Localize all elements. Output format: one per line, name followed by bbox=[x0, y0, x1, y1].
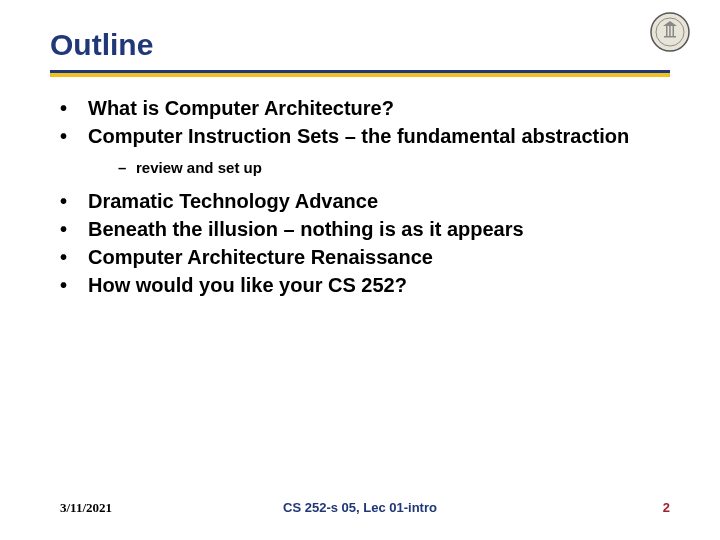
bullet-text: Beneath the illusion – nothing is as it … bbox=[88, 216, 670, 242]
sub-bullet-item: – review and set up bbox=[118, 157, 670, 178]
bullet-dot-icon: • bbox=[60, 188, 88, 214]
footer-date: 3/11/2021 bbox=[60, 500, 112, 516]
bullet-dot-icon: • bbox=[60, 216, 88, 242]
bullet-list: • Dramatic Technology Advance • Beneath … bbox=[60, 188, 670, 298]
slide-content: • What is Computer Architecture? • Compu… bbox=[0, 77, 720, 298]
slide-footer: 3/11/2021 CS 252-s 05, Lec 01-intro 2 bbox=[0, 500, 720, 516]
bullet-item: • What is Computer Architecture? bbox=[60, 95, 670, 121]
bullet-dot-icon: • bbox=[60, 95, 88, 121]
bullet-text: How would you like your CS 252? bbox=[88, 272, 670, 298]
bullet-item: • Computer Instruction Sets – the fundam… bbox=[60, 123, 670, 149]
dash-icon: – bbox=[118, 157, 136, 178]
bullet-text: Computer Instruction Sets – the fundamen… bbox=[88, 123, 670, 149]
bullet-text: Dramatic Technology Advance bbox=[88, 188, 670, 214]
bullet-item: • Dramatic Technology Advance bbox=[60, 188, 670, 214]
bullet-item: • How would you like your CS 252? bbox=[60, 272, 670, 298]
footer-center: CS 252-s 05, Lec 01-intro bbox=[283, 500, 437, 515]
slide-header: Outline bbox=[0, 0, 720, 77]
title-underline-gold bbox=[50, 73, 670, 77]
sub-bullet-list: – review and set up bbox=[118, 157, 670, 178]
bullet-dot-icon: • bbox=[60, 244, 88, 270]
bullet-dot-icon: • bbox=[60, 123, 88, 149]
footer-page-number: 2 bbox=[663, 500, 670, 515]
bullet-text: Computer Architecture Renaissance bbox=[88, 244, 670, 270]
bullet-item: • Computer Architecture Renaissance bbox=[60, 244, 670, 270]
bullet-text: What is Computer Architecture? bbox=[88, 95, 670, 121]
sub-bullet-text: review and set up bbox=[136, 157, 262, 178]
bullet-item: • Beneath the illusion – nothing is as i… bbox=[60, 216, 670, 242]
bullet-dot-icon: • bbox=[60, 272, 88, 298]
bullet-list: • What is Computer Architecture? • Compu… bbox=[60, 95, 670, 149]
slide-title: Outline bbox=[50, 28, 670, 68]
